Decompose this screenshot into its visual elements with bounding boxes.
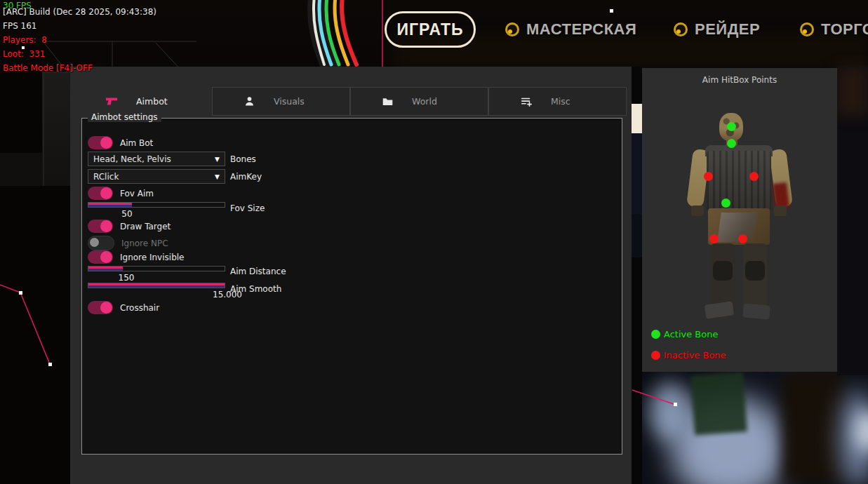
- tab-label: Misc: [551, 96, 570, 107]
- draw-target-row: Draw Target: [88, 220, 171, 233]
- legend-inactive-label: Inactive Bone: [664, 350, 726, 361]
- toggle-knob: [90, 238, 99, 247]
- model-left-kneepad: [713, 261, 733, 281]
- hitbox-dot-head: [727, 122, 736, 131]
- game-screen: { "hud": { "fps_short": "30 FPS", "build…: [0, 0, 868, 484]
- fov-aim-label: Fov Aim: [120, 189, 154, 199]
- model-left-boot: [705, 301, 734, 318]
- draw-target-toggle[interactable]: [88, 220, 113, 233]
- person-icon: [243, 95, 255, 107]
- crosshair-label: Crosshair: [120, 303, 159, 313]
- aim-bot-row: Aim Bot: [88, 136, 153, 149]
- ignore-invisible-row: Ignore Invisible: [88, 250, 184, 264]
- toggle-knob: [100, 251, 112, 263]
- cheat-menu-panel: Aimbot Visuals World Misc Aimbot setting…: [70, 67, 632, 484]
- aimkey-dropdown[interactable]: RClick ▼: [88, 169, 225, 184]
- aimkey-dropdown-value: RClick: [93, 172, 119, 182]
- menu-item-trade[interactable]: ТОРГО: [800, 20, 868, 39]
- model-right-hand: [774, 206, 787, 216]
- model-right-boot: [742, 303, 770, 319]
- hitbox-panel-title: Aim HitBox Points: [642, 75, 837, 85]
- bones-label: Bones: [230, 154, 256, 164]
- crosshair-row: Crosshair: [88, 301, 159, 314]
- aim-distance-label: Aim Distance: [230, 267, 286, 276]
- menu-item-label: ТОРГО: [821, 20, 868, 39]
- hitbox-dot-right-arm: [749, 172, 759, 181]
- slider-fill: [88, 283, 225, 288]
- esp-node-dot: [19, 291, 22, 295]
- hud-fps-counter: FPS 161: [3, 21, 36, 31]
- aim-bot-label: Aim Bot: [120, 138, 153, 148]
- tab-label: Visuals: [274, 96, 305, 107]
- esp-node-dot: [610, 9, 613, 13]
- aim-smooth-slider[interactable]: [88, 283, 225, 288]
- ignore-invisible-toggle[interactable]: [88, 250, 113, 264]
- hud-battle-mode: Battle Mode [F4]-OFF: [3, 63, 93, 73]
- slider-fill: [88, 267, 123, 271]
- hud-build-info: [ARC] Build (Dec 28 2025, 09:43:38): [3, 7, 156, 17]
- menu-item-label: РЕЙДЕР: [695, 20, 760, 39]
- pistol-icon: [105, 95, 118, 108]
- coin-icon: [505, 22, 519, 36]
- bones-dropdown[interactable]: Head, Neck, Pelvis ▼: [88, 152, 225, 166]
- legend-active-label: Active Bone: [664, 329, 718, 340]
- aim-bot-toggle[interactable]: [88, 136, 113, 149]
- group-title: Aimbot settings: [88, 112, 161, 122]
- tab-visuals[interactable]: Visuals: [212, 87, 350, 116]
- hitbox-dot-neck: [727, 139, 736, 148]
- model-right-kneepad: [745, 261, 765, 281]
- menu-item-label: МАСТЕРСКАЯ: [526, 20, 636, 39]
- fov-size-value: 50: [113, 209, 141, 219]
- slider-fill: [88, 203, 132, 207]
- dropdown-caret-icon: ▼: [215, 156, 220, 163]
- hitbox-dot-pelvis: [721, 199, 730, 208]
- esp-node-dot: [48, 363, 52, 366]
- toggle-knob: [100, 187, 112, 199]
- aim-smooth-label: Aim Smooth: [230, 284, 281, 294]
- tab-world[interactable]: World: [350, 87, 488, 116]
- aim-hitbox-panel: Aim HitBox Points Active Bone Inactive B…: [642, 68, 837, 372]
- hitbox-dot-right-thigh: [738, 234, 747, 243]
- coin-icon: [800, 22, 814, 36]
- aimbot-settings-group: Aimbot settings Aim Bot Head, Neck, Pelv…: [81, 118, 622, 455]
- tab-label: World: [412, 96, 437, 107]
- ignore-npc-toggle[interactable]: [88, 236, 114, 250]
- aim-distance-slider[interactable]: [88, 266, 225, 271]
- model-metal-plate: [717, 213, 758, 242]
- ignore-npc-label: Ignore NPC: [121, 238, 168, 248]
- tab-aimbot[interactable]: Aimbot: [74, 87, 212, 116]
- player-model: [691, 110, 789, 321]
- toggle-knob: [100, 302, 112, 314]
- hitbox-dot-left-arm: [704, 172, 713, 181]
- folder-icon: [382, 95, 394, 107]
- aimkey-label: AimKey: [230, 172, 262, 182]
- dropdown-caret-icon: ▼: [215, 173, 220, 180]
- bones-dropdown-value: Head, Neck, Pelvis: [93, 154, 171, 164]
- fov-aim-toggle[interactable]: [88, 187, 113, 200]
- play-button[interactable]: ИГРАТЬ: [385, 11, 476, 48]
- toggle-knob: [100, 137, 112, 149]
- aim-distance-value: 150: [112, 273, 140, 283]
- hud-players-count: Players: 8: [3, 35, 47, 45]
- fov-aim-row: Fov Aim: [88, 187, 154, 200]
- crosshair-toggle[interactable]: [88, 301, 113, 314]
- model-torso: [707, 151, 771, 210]
- model-left-hand: [691, 206, 704, 216]
- hud-loot-count: Loot: 331: [3, 49, 45, 59]
- esp-node-dot: [674, 403, 677, 406]
- ignore-npc-row: Ignore NPC: [88, 236, 168, 250]
- playlist-add-icon: [520, 95, 533, 108]
- menu-item-workshop[interactable]: МАСТЕРСКАЯ: [505, 20, 636, 39]
- draw-target-label: Draw Target: [120, 222, 171, 231]
- legend-inactive-dot: [651, 351, 660, 360]
- ignore-invisible-label: Ignore Invisible: [120, 253, 184, 262]
- menu-item-raider[interactable]: РЕЙДЕР: [674, 20, 760, 39]
- tab-label: Aimbot: [136, 96, 168, 107]
- hitbox-dot-left-thigh: [709, 234, 719, 243]
- toggle-knob: [100, 220, 112, 232]
- fov-size-slider[interactable]: [88, 202, 225, 208]
- tab-misc[interactable]: Misc: [488, 87, 627, 116]
- coin-icon: [674, 22, 688, 36]
- fov-size-label: Fov Size: [230, 203, 265, 213]
- legend-active-dot: [651, 330, 660, 339]
